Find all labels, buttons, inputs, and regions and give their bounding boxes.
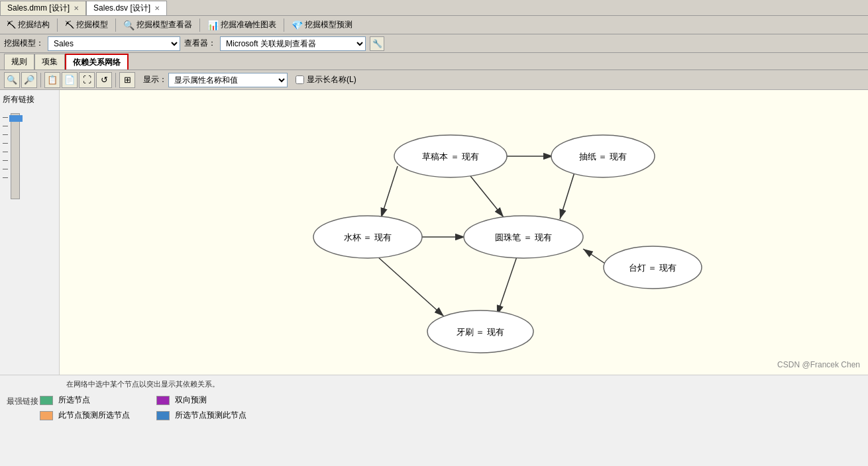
btn-mine-model[interactable]: ⛏ 挖掘模型	[61, 18, 112, 32]
sidebar: 所有链接	[0, 90, 60, 375]
subtab-bar: 规则 项集 依赖关系网络	[0, 53, 868, 70]
subtab-dependency-network[interactable]: 依赖关系网络	[65, 54, 129, 70]
tick5	[3, 152, 8, 152]
display-select[interactable]: 显示属性名称和值	[168, 73, 288, 87]
paste-btn[interactable]: 📄	[62, 72, 78, 88]
sep1	[57, 19, 58, 32]
tab-sales-dmm[interactable]: Sales.dmm [设计] ✕	[0, 1, 86, 15]
btn-model-predict[interactable]: 💎 挖掘模型预测	[288, 18, 356, 32]
legend-item-predict-selected: 此节点预测所选节点	[40, 410, 130, 421]
subtab-rules[interactable]: 规则	[4, 54, 34, 70]
sep2	[115, 19, 116, 32]
legend-predict-selected-color	[40, 411, 53, 420]
btn-accuracy-chart-label: 挖掘准确性图表	[221, 19, 276, 30]
copy-btn[interactable]: 📋	[44, 72, 60, 88]
slider-ticks	[3, 117, 8, 178]
btn-mine-structure-label: 挖掘结构	[18, 19, 50, 30]
sep4	[284, 19, 284, 32]
legend-selected-predicts-color	[156, 411, 170, 420]
display-label: 显示：	[143, 74, 167, 85]
tool-sep2	[115, 73, 116, 87]
tab-sales-dsv[interactable]: Sales.dsv [设计] ✕	[86, 1, 167, 15]
model-viewer-icon: 🔍	[123, 20, 135, 30]
tick7	[3, 169, 8, 169]
mine-structure-icon: ⛏	[7, 20, 16, 30]
tick2	[3, 126, 8, 126]
btn-model-viewer-label: 挖掘模型查看器	[136, 19, 192, 30]
model-select[interactable]: Sales	[48, 36, 180, 51]
viewer-label: 查看器：	[184, 38, 216, 49]
viewer-select[interactable]: Microsoft 关联规则查看器	[220, 36, 366, 51]
toolbar1: ⛏ 挖掘结构 ⛏ 挖掘模型 🔍 挖掘模型查看器 📊 挖掘准确性图表 💎 挖掘模型…	[0, 16, 868, 34]
node-tadeng-label: 台灯 ＝ 现有	[629, 263, 677, 273]
sep3	[199, 19, 200, 32]
legend-columns: 所选节点 此节点预测所选节点 双向预测 所选节点预测此节点	[40, 395, 861, 421]
btn-model-predict-label: 挖掘模型预测	[305, 19, 353, 30]
tick6	[3, 160, 8, 161]
toolbar3: 🔍 🔎 📋 📄 ⛶ ↺ ⊞ 显示： 显示属性名称和值 显示长名称(L)	[0, 70, 868, 90]
legend-bidirectional-color	[156, 396, 170, 405]
legend-selected-color	[40, 396, 53, 405]
fit-btn[interactable]: ⛶	[79, 72, 95, 88]
legend-selected-label: 所选节点	[58, 395, 90, 406]
refresh-btn[interactable]: ↺	[96, 72, 112, 88]
tab-sales-dsv-label: Sales.dsv [设计]	[93, 3, 150, 14]
legend-item-selected: 所选节点	[40, 395, 130, 406]
zoom-out-btn[interactable]: 🔎	[21, 72, 37, 88]
btn-mine-structure[interactable]: ⛏ 挖掘结构	[3, 18, 54, 32]
tick8	[3, 177, 8, 178]
tab-sales-dmm-label: Sales.dmm [设计]	[7, 3, 70, 14]
subtab-rules-label: 规则	[11, 56, 27, 68]
toolbar2: 挖掘模型： Sales 查看器： Microsoft 关联规则查看器 🔧	[0, 34, 868, 53]
node-yashua-label: 牙刷 ＝ 现有	[457, 327, 504, 337]
viewer-settings-btn[interactable]: 🔧	[370, 36, 384, 51]
legend-row: 最强链接 所选节点 此节点预测所选节点 双向预测 所选	[0, 392, 868, 424]
legend-item-bidirectional: 双向预测	[156, 395, 246, 406]
show-long-name-container: 显示长名称(L)	[296, 74, 356, 85]
slider-thumb[interactable]	[9, 115, 23, 122]
legend-bidirectional-label: 双向预测	[175, 395, 207, 406]
subtab-itemsets-label: 项集	[42, 56, 58, 68]
edge-yuanzhuibi-yashua	[497, 257, 517, 315]
main-content: 所有链接	[0, 90, 868, 375]
edge-shuibei-yashua	[378, 257, 444, 316]
tab-sales-dmm-close[interactable]: ✕	[74, 5, 79, 12]
legend-right: 双向预测 所选节点预测此节点	[156, 395, 246, 421]
model-label: 挖掘模型：	[4, 38, 44, 49]
legend-sidebar-label: 最强链接	[7, 395, 40, 407]
subtab-dependency-label: 依赖关系网络	[73, 57, 121, 68]
show-long-name-label: 显示长名称(L)	[307, 74, 356, 85]
btn-mine-model-label: 挖掘模型	[76, 19, 108, 30]
accuracy-chart-icon: 📊	[207, 20, 219, 30]
tab-sales-dsv-close[interactable]: ✕	[154, 5, 160, 12]
sidebar-all-links-label: 所有链接	[3, 94, 56, 105]
mine-model-icon: ⛏	[65, 20, 74, 30]
tick3	[3, 134, 8, 135]
model-predict-icon: 💎	[292, 20, 303, 30]
edge-caogaoben-yuanzhuibi	[470, 176, 504, 217]
node-chouzhi-label: 抽纸 ＝ 现有	[579, 152, 627, 162]
node-yuanzhuibi-label: 圆珠笔 ＝ 现有	[495, 232, 551, 242]
zoom-in-btn[interactable]: 🔍	[4, 72, 20, 88]
legend-selected-predicts-label: 所选节点预测此节点	[175, 410, 246, 421]
show-long-name-checkbox[interactable]	[296, 75, 304, 84]
btn-model-viewer[interactable]: 🔍 挖掘模型查看器	[119, 18, 196, 32]
edge-caogaoben-shuibei	[381, 166, 398, 218]
btn-accuracy-chart[interactable]: 📊 挖掘准确性图表	[203, 18, 280, 32]
legend-item-selected-predicts: 所选节点预测此节点	[156, 410, 246, 421]
tick1	[3, 117, 8, 118]
subtab-itemsets[interactable]: 项集	[34, 54, 65, 70]
tool-sep1	[40, 73, 41, 87]
legend-left: 所选节点 此节点预测所选节点	[40, 395, 130, 421]
slider-track[interactable]	[11, 113, 20, 199]
legend-predict-selected-label: 此节点预测所选节点	[58, 410, 130, 421]
node-caogaoben-label: 草稿本 ＝ 现有	[422, 152, 478, 162]
watermark: CSDN @Francek Chen	[777, 360, 860, 369]
layout-btn[interactable]: ⊞	[119, 72, 135, 88]
graph-area: 草稿本 ＝ 现有 抽纸 ＝ 现有 水杯 ＝ 现有 圆珠笔 ＝ 现有 台灯 ＝ 现…	[60, 90, 868, 375]
tick4	[3, 143, 8, 144]
bottom-area: 在网络中选中某个节点以突出显示其依赖关系。 最强链接 所选节点 此节点预测所选节…	[0, 375, 868, 424]
sidebar-slider-container	[3, 113, 56, 199]
dependency-graph: 草稿本 ＝ 现有 抽纸 ＝ 现有 水杯 ＝ 现有 圆珠笔 ＝ 现有 台灯 ＝ 现…	[60, 90, 868, 375]
hint-text: 在网络中选中某个节点以突出显示其依赖关系。	[0, 375, 868, 392]
